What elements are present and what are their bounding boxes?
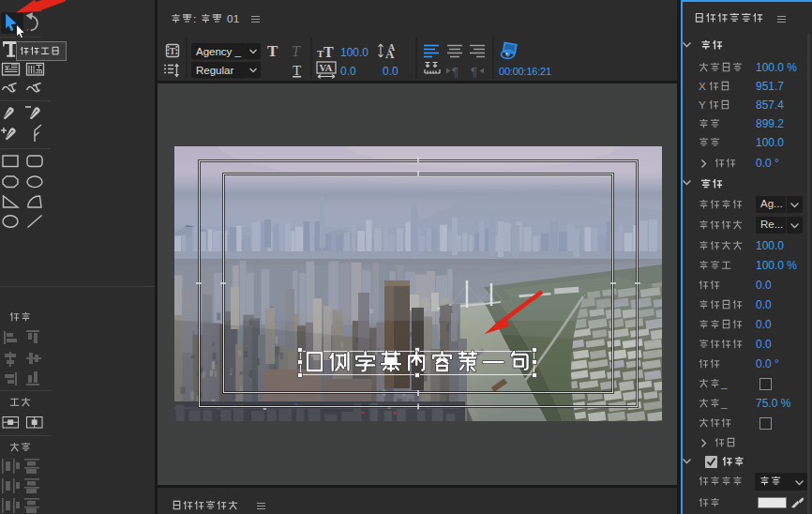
svg-text:_: _	[720, 396, 728, 408]
svg-text:T: T	[293, 63, 301, 78]
svg-text:T: T	[292, 43, 301, 59]
svg-text:0.0: 0.0	[383, 65, 398, 78]
svg-text:T: T	[267, 42, 278, 60]
svg-text:Agency _: Agency _	[196, 46, 242, 57]
svg-text:_: _	[720, 376, 728, 388]
svg-text:100.0: 100.0	[340, 46, 368, 59]
svg-text:Regular: Regular	[196, 65, 233, 76]
svg-text:1: 1	[233, 12, 239, 24]
svg-text:A: A	[385, 47, 395, 61]
svg-text:Y: Y	[699, 98, 706, 111]
svg-text::: :	[193, 12, 196, 24]
svg-text:T: T	[323, 44, 334, 60]
svg-text:VA: VA	[320, 63, 333, 73]
svg-text:X: X	[699, 80, 706, 92]
svg-text:00:00:16:21: 00:00:16:21	[499, 66, 551, 77]
svg-text:¶: ¶	[452, 65, 459, 79]
svg-text:0.0: 0.0	[340, 65, 356, 78]
svg-text:¶: ¶	[471, 65, 477, 79]
svg-text:T: T	[170, 46, 176, 56]
